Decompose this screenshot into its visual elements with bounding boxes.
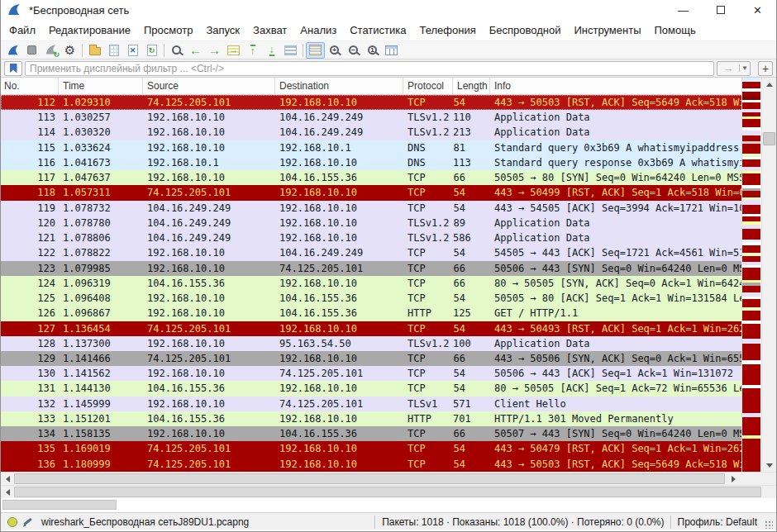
find-packet-icon (172, 45, 181, 55)
zoom-out-button[interactable]: − (344, 42, 363, 59)
vertical-scrollbar[interactable] (761, 78, 776, 472)
table-row[interactable]: 1361.18099974.125.205.101192.168.10.10TC… (1, 457, 743, 472)
table-row[interactable]: 1301.141562192.168.10.1074.125.205.101TC… (1, 366, 743, 381)
cell-time: 1.041673 (59, 155, 143, 170)
table-row[interactable]: 1211.078806104.16.249.249192.168.10.10TL… (1, 230, 743, 245)
scroll-right-arrow[interactable] (727, 473, 740, 485)
display-filter-input[interactable] (25, 61, 714, 76)
horizontal-scroll-thumb-2[interactable] (14, 487, 761, 497)
filter-add-button[interactable]: + (758, 61, 773, 76)
go-back-button[interactable]: ← (186, 42, 205, 59)
table-row[interactable]: 1291.14146674.125.205.101192.168.10.10TC… (1, 351, 743, 366)
table-row[interactable]: 1321.145999192.168.10.1074.125.205.101TL… (1, 397, 743, 411)
go-last-button[interactable]: ↓ (262, 42, 281, 59)
menu-item-10[interactable]: Помощь (648, 21, 703, 40)
table-row[interactable]: 1141.030320192.168.10.10104.16.249.249TL… (1, 125, 743, 140)
table-row[interactable]: 1261.096867192.168.10.10104.16.155.36HTT… (1, 306, 743, 321)
resize-columns-button[interactable] (382, 42, 401, 59)
start-capture-button[interactable] (3, 42, 22, 59)
table-row[interactable]: 1251.096408192.168.10.10104.16.155.36TCP… (1, 291, 743, 306)
column-header-length[interactable]: Length (453, 78, 490, 94)
table-row[interactable]: 1311.144130104.16.155.36192.168.10.10TCP… (1, 381, 743, 396)
cell-info: 443 → 50499 [RST, ACK] Seq=1 Ack=518 Win… (490, 185, 743, 200)
expert-info-icon[interactable] (7, 517, 17, 527)
zoom-in-button[interactable]: + (325, 42, 344, 59)
table-row[interactable]: 1271.13645474.125.205.101192.168.10.10TC… (1, 321, 743, 336)
table-row[interactable]: 1241.096319104.16.155.36192.168.10.10TCP… (1, 276, 743, 291)
table-row[interactable]: 1171.047637192.168.10.10104.16.155.36TCP… (1, 170, 743, 185)
table-row[interactable]: 1351.16901974.125.205.101192.168.10.10TC… (1, 441, 743, 456)
table-row[interactable]: 1281.137300192.168.10.1095.163.54.50TLSv… (1, 336, 743, 351)
maximize-button[interactable] (702, 0, 739, 20)
table-row[interactable]: 1121.02931074.125.205.101192.168.10.10TC… (1, 95, 743, 110)
auto-scroll-button[interactable] (281, 42, 300, 59)
table-row[interactable]: 1201.078780104.16.249.249192.168.10.10TL… (1, 216, 743, 230)
menu-item-5[interactable]: Анализ (293, 21, 343, 40)
column-header-protocol[interactable]: Protocol (403, 78, 453, 94)
restart-capture-button[interactable]: ↻ (41, 42, 60, 59)
cell-destination: 74.125.205.101 (275, 261, 403, 276)
column-header-no[interactable]: No. (1, 78, 59, 94)
horizontal-scroll-thumb[interactable] (14, 473, 725, 484)
cell-source: 192.168.10.10 (143, 125, 275, 140)
column-header-info[interactable]: Info (490, 78, 743, 94)
find-packet-button[interactable] (167, 42, 186, 59)
table-row[interactable]: 1161.041673192.168.10.1192.168.10.10DNS1… (1, 155, 743, 170)
stop-capture-button[interactable] (22, 42, 41, 59)
table-row[interactable]: 1151.033624192.168.10.10192.168.10.1DNS8… (1, 140, 743, 155)
close-file-icon: ✕ (128, 45, 138, 56)
resize-grip[interactable] (764, 520, 773, 529)
menu-item-8[interactable]: Беспроводной (483, 21, 568, 40)
scroll-left-arrow[interactable] (1, 473, 14, 485)
close-file-button[interactable]: ✕ (123, 42, 142, 59)
packet-minimap[interactable] (741, 78, 760, 472)
go-forward-button[interactable]: → (205, 42, 224, 59)
close-button[interactable]: ✕ (739, 0, 776, 20)
menu-item-6[interactable]: Статистика (343, 21, 412, 40)
minimize-button[interactable]: — (665, 0, 702, 20)
table-row[interactable]: 1221.078822192.168.10.10104.16.249.249TC… (1, 245, 743, 260)
table-row[interactable]: 1181.05731174.125.205.101192.168.10.10TC… (1, 185, 743, 200)
column-header-destination[interactable]: Destination (275, 78, 403, 94)
table-row[interactable]: 1191.078732104.16.249.249192.168.10.10TC… (1, 201, 743, 216)
horizontal-scrollbar-secondary[interactable] (1, 485, 776, 498)
menu-item-1[interactable]: Редактирование (42, 21, 137, 40)
cell-length: 81 (453, 140, 490, 155)
go-first-button[interactable]: ↑ (243, 42, 262, 59)
cell-source: 192.168.10.10 (143, 261, 275, 276)
horizontal-scrollbar-list[interactable] (1, 472, 776, 485)
filter-bookmark-button[interactable] (4, 61, 22, 76)
scroll-up-arrow[interactable] (762, 78, 776, 91)
table-row[interactable]: 1231.079985192.168.10.1074.125.205.101TC… (1, 261, 743, 276)
filter-apply-button[interactable]: → (717, 62, 739, 74)
column-header-source[interactable]: Source (143, 78, 275, 94)
table-row[interactable]: 1331.151201104.16.155.36192.168.10.10HTT… (1, 411, 743, 426)
table-row[interactable]: 1341.158135192.168.10.10104.16.155.36TCP… (1, 426, 743, 441)
save-file-button[interactable] (104, 42, 123, 59)
profile-label[interactable]: Профиль: Default (678, 516, 758, 528)
menu-item-9[interactable]: Инструменты (567, 21, 647, 40)
cell-protocol: TCP (403, 276, 453, 291)
reload-file-button[interactable]: ↻ (142, 42, 161, 59)
column-header-time[interactable]: Time (59, 78, 143, 94)
menu-item-7[interactable]: Телефония (412, 21, 482, 40)
menu-item-3[interactable]: Запуск (199, 21, 246, 40)
capture-comment-icon[interactable] (22, 516, 33, 527)
scroll-left-arrow-2[interactable] (1, 486, 14, 498)
go-to-packet-button[interactable]: → (224, 42, 243, 59)
table-row[interactable]: 1131.030257192.168.10.10104.16.249.249TL… (1, 110, 743, 125)
menu-item-0[interactable]: Файл (2, 21, 42, 40)
colorize-button[interactable] (306, 42, 325, 59)
menu-item-2[interactable]: Просмотр (137, 21, 199, 40)
cell-no: 112 (1, 95, 59, 110)
toolbar-separator (82, 44, 83, 57)
open-file-button[interactable] (85, 42, 104, 59)
cell-length: 100 (453, 336, 490, 351)
filter-dropdown-caret[interactable]: ▼ (739, 64, 750, 72)
scroll-down-arrow[interactable] (762, 458, 776, 472)
vertical-scroll-thumb[interactable] (763, 132, 775, 145)
capture-options-button[interactable]: ⚙ (60, 42, 79, 59)
zoom-original-button[interactable]: 1 (363, 42, 382, 59)
cell-source: 192.168.10.10 (143, 366, 275, 381)
menu-item-4[interactable]: Захват (246, 21, 293, 40)
